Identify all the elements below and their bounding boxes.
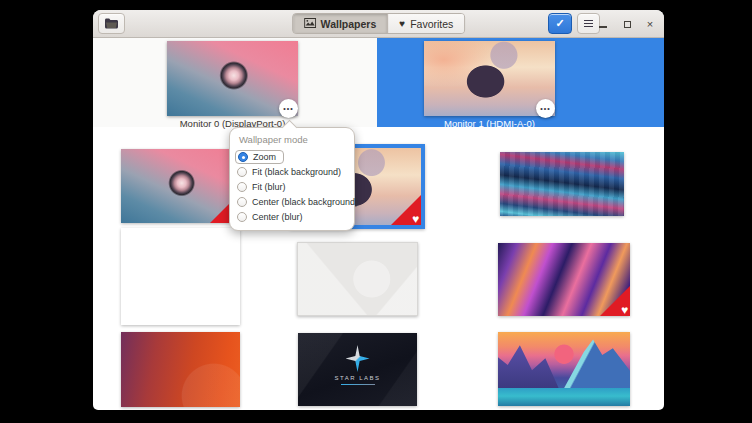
titlebar: Wallpapers ♥ Favorites ✓ × <box>93 10 664 38</box>
heart-icon: ♥ <box>412 212 419 226</box>
popover-title: Wallpaper mode <box>239 134 347 145</box>
tab-wallpapers[interactable]: Wallpapers <box>293 14 388 33</box>
star-labs-underline <box>341 384 375 385</box>
tab-favorites-label: Favorites <box>410 18 453 30</box>
maximize-icon <box>624 21 631 28</box>
radio-icon[interactable] <box>237 182 247 192</box>
option-center-blur-label: Center (blur) <box>252 212 303 222</box>
wallpaper-thumb-glitch-clouds[interactable] <box>500 152 624 216</box>
maximize-button[interactable] <box>618 10 636 38</box>
option-center-blur[interactable]: Center (blur) <box>237 209 347 224</box>
option-fit-blur-label: Fit (blur) <box>252 182 286 192</box>
hamburger-icon <box>584 20 593 27</box>
minimize-icon <box>599 26 607 28</box>
close-button[interactable]: × <box>641 10 659 38</box>
ellipsis-icon: ••• <box>540 105 550 112</box>
wallpaper-mode-popover: Wallpaper mode Zoom Fit (black backgroun… <box>229 127 355 231</box>
wallpaper-thumb-star-labs[interactable]: STAR LABS <box>298 333 417 406</box>
option-zoom-label: Zoom <box>253 152 276 162</box>
water-shape <box>498 388 630 406</box>
star-labs-caption: STAR LABS <box>298 375 417 381</box>
radio-selected-icon[interactable] <box>238 152 248 162</box>
monitor-1-options-button[interactable]: ••• <box>536 99 555 118</box>
folder-open-icon <box>105 15 118 33</box>
radio-icon[interactable] <box>237 212 247 222</box>
monitor-0-preview[interactable] <box>167 41 298 116</box>
apply-wallpaper-button[interactable]: ✓ <box>548 13 572 34</box>
tab-favorites[interactable]: ♥ Favorites <box>387 14 464 33</box>
heart-icon: ♥ <box>621 303 628 316</box>
focus-ring: Zoom <box>235 150 284 164</box>
radio-icon[interactable] <box>237 197 247 207</box>
view-switcher: Wallpapers ♥ Favorites <box>292 13 466 34</box>
option-zoom[interactable]: Zoom <box>237 149 347 164</box>
monitor-1-label: Monitor 1 (HDMI-A-0) <box>424 118 555 129</box>
option-center-black-label: Center (black background) <box>252 197 358 207</box>
monitor-1-preview[interactable] <box>424 41 555 116</box>
wallpaper-thumb-pink-asteroid[interactable]: ♥ <box>121 149 240 223</box>
mountain-shape <box>564 339 630 388</box>
star-labs-logo-icon <box>346 345 370 372</box>
mountain-shape <box>498 345 559 388</box>
wallpaper-thumb-loading-placeholder[interactable] <box>297 242 418 316</box>
tab-wallpapers-label: Wallpapers <box>321 18 377 30</box>
open-folder-button[interactable] <box>98 13 125 34</box>
wallpaper-thumb-purple-waves[interactable]: ♥ <box>498 243 630 316</box>
image-icon <box>304 18 316 30</box>
option-center-black[interactable]: Center (black background) <box>237 194 347 209</box>
option-fit-black[interactable]: Fit (black background) <box>237 164 347 179</box>
monitor-0-options-button[interactable]: ••• <box>279 99 298 118</box>
wallpaper-app-window: Wallpapers ♥ Favorites ✓ × <box>93 10 664 410</box>
wallpaper-thumb-ink-smoke[interactable] <box>121 228 240 325</box>
screen: Wallpapers ♥ Favorites ✓ × <box>0 0 752 423</box>
option-fit-blur[interactable]: Fit (blur) <box>237 179 347 194</box>
ellipsis-icon: ••• <box>283 105 293 112</box>
option-fit-black-label: Fit (black background) <box>252 167 341 177</box>
minimize-button[interactable] <box>594 10 612 38</box>
wallpaper-thumb-orange-gradient[interactable] <box>121 332 240 407</box>
checkmark-icon: ✓ <box>555 17 564 30</box>
wallpaper-thumb-mountain-lake[interactable] <box>498 332 630 406</box>
heart-icon: ♥ <box>399 18 405 29</box>
close-icon: × <box>647 18 653 30</box>
radio-icon[interactable] <box>237 167 247 177</box>
favorite-badge: ♥ <box>600 286 630 316</box>
